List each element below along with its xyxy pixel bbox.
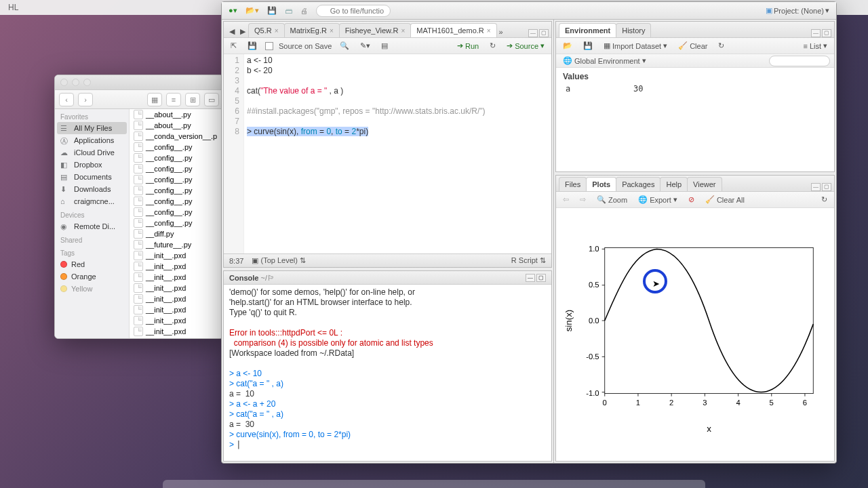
refresh-plot-button[interactable]: ↻ — [818, 195, 830, 205]
open-file-button[interactable]: 📂▾ — [243, 5, 262, 16]
tab-viewer[interactable]: Viewer — [687, 177, 722, 191]
popout-button[interactable]: ⇱ — [228, 41, 239, 51]
tab-packages[interactable]: Packages — [616, 177, 660, 191]
wand-button[interactable]: ✎▾ — [357, 41, 373, 51]
new-file-button[interactable]: ●▾ — [226, 5, 240, 16]
next-tab-button[interactable]: ▶ — [237, 26, 248, 37]
goto-file-function[interactable] — [316, 5, 391, 17]
file-row[interactable]: __init__.pxd — [130, 293, 223, 304]
finder-titlebar[interactable] — [55, 75, 223, 90]
code-text[interactable]: a <- 10 b <- 20 cat("The value of a = " … — [244, 54, 551, 253]
minimize-pane-icon[interactable]: — — [526, 274, 535, 282]
language-indicator[interactable]: R Script ⇅ — [511, 256, 546, 265]
maximize-pane-icon[interactable]: ▢ — [822, 183, 831, 191]
tab-history[interactable]: History — [616, 23, 651, 37]
tag-yellow[interactable]: Yellow — [55, 283, 129, 295]
close-icon[interactable]: × — [275, 27, 279, 35]
zoom-traffic-light[interactable] — [83, 79, 91, 86]
save-button[interactable]: 💾 — [264, 5, 279, 16]
file-list[interactable]: __about__.py__about__.py__conda_version_… — [130, 109, 223, 338]
file-row[interactable]: __config__.py — [130, 185, 223, 196]
file-row[interactable]: __config__.py — [130, 152, 223, 163]
import-dataset-button[interactable]: ▦ Import Dataset ▾ — [601, 41, 670, 51]
sidebar-icloud[interactable]: ☁iCloud Drive — [55, 146, 129, 159]
save-all-button[interactable]: 🗃 — [282, 5, 295, 16]
file-row[interactable]: __init__.pxd — [130, 272, 223, 283]
load-workspace-button[interactable]: 📂 — [560, 41, 575, 51]
next-plot-button[interactable]: ⇨ — [577, 195, 589, 205]
env-search-input[interactable] — [769, 56, 830, 66]
sidebar-documents[interactable]: ▤Documents — [55, 171, 129, 183]
save-file-button[interactable]: 💾 — [245, 41, 260, 51]
file-row[interactable]: __init__.pxd — [130, 261, 223, 272]
minimize-pane-icon[interactable]: — — [811, 183, 821, 191]
file-row[interactable]: __diff.py — [130, 228, 223, 239]
more-tabs-button[interactable]: » — [496, 26, 506, 37]
tab-q5[interactable]: Q5.R× — [248, 23, 285, 37]
prev-plot-button[interactable]: ⇦ — [560, 195, 572, 205]
minimize-traffic-light[interactable] — [72, 79, 79, 86]
back-button[interactable]: ‹ — [59, 93, 74, 106]
view-gallery-button[interactable]: ▭ — [204, 93, 219, 106]
tab-files[interactable]: Files — [559, 177, 587, 191]
list-view-button[interactable]: ≡ List ▾ — [800, 41, 830, 51]
run-button[interactable]: ➔ Run — [454, 41, 481, 51]
file-row[interactable]: __config__.py — [130, 163, 223, 174]
close-icon[interactable]: × — [401, 27, 405, 35]
env-scope-selector[interactable]: 🌐 Global Environment ▾ — [560, 56, 649, 66]
maximize-pane-icon[interactable]: ▢ — [536, 274, 546, 282]
tab-fisheye[interactable]: Fisheye_View.R× — [339, 23, 412, 37]
maximize-pane-icon[interactable]: ▢ — [822, 29, 831, 37]
clear-env-button[interactable]: 🧹 Clear — [675, 41, 710, 51]
view-icon-button[interactable]: ▦ — [147, 93, 162, 106]
file-row[interactable]: __config__.py — [130, 196, 223, 207]
file-row[interactable]: __init__.pxd — [130, 315, 223, 326]
print-button[interactable]: 🖨 — [298, 5, 311, 16]
compile-button[interactable]: ▤ — [378, 41, 391, 51]
sidebar-remote-disc[interactable]: ◉Remote Di... — [55, 220, 129, 232]
close-traffic-light[interactable] — [60, 79, 68, 86]
tab-matrixeg[interactable]: MatrixEg.R× — [284, 23, 340, 37]
file-row[interactable]: __config__.py — [130, 174, 223, 185]
export-plot-button[interactable]: 🌐 Export ▾ — [635, 195, 680, 205]
remove-plot-button[interactable]: ⊘ — [686, 195, 697, 205]
sidebar-dropbox[interactable]: ◧Dropbox — [55, 159, 129, 171]
file-row[interactable]: __init__.pxd — [130, 250, 223, 261]
file-row[interactable]: __config__.py — [130, 142, 223, 152]
file-row[interactable]: __init__.pxd — [130, 326, 223, 337]
project-menu[interactable]: ▣ Project: (None) ▾ — [763, 5, 832, 16]
maximize-pane-icon[interactable]: ▢ — [539, 29, 549, 37]
zoom-plot-button[interactable]: 🔍 Zoom — [594, 195, 630, 205]
file-row[interactable]: __init__.pxd — [130, 304, 223, 315]
prev-tab-button[interactable]: ◀ — [226, 26, 237, 37]
file-row[interactable]: __about__.py — [130, 109, 223, 120]
file-row[interactable]: __about__.py — [130, 120, 223, 131]
minimize-pane-icon[interactable]: — — [811, 29, 821, 37]
dock[interactable] — [163, 480, 705, 488]
sidebar-applications[interactable]: ⒶApplications — [55, 134, 129, 146]
view-column-button[interactable]: ⊞ — [185, 93, 200, 106]
file-row[interactable]: __config__.py — [130, 218, 223, 228]
tab-environment[interactable]: Environment — [559, 23, 616, 37]
tab-plots[interactable]: Plots — [586, 177, 616, 191]
scope-selector[interactable]: ▣ (Top Level) ⇅ — [252, 256, 306, 265]
goto-input[interactable] — [316, 5, 391, 17]
file-row[interactable]: __future__.py — [130, 239, 223, 250]
minimize-pane-icon[interactable]: — — [528, 29, 538, 37]
view-list-button[interactable]: ≡ — [166, 93, 181, 106]
env-row[interactable]: a 30 — [559, 83, 831, 95]
save-workspace-button[interactable]: 💾 — [580, 41, 595, 51]
console-output[interactable]: 'demo()' for some demos, 'help()' for on… — [224, 285, 551, 461]
forward-button[interactable]: › — [78, 93, 93, 106]
clear-all-plots-button[interactable]: 🧹 Clear All — [703, 195, 747, 205]
source-on-save-checkbox[interactable] — [265, 42, 273, 50]
rerun-button[interactable]: ↻ — [487, 41, 498, 51]
editor-area[interactable]: 12345678 a <- 10 b <- 20 cat("The value … — [224, 54, 551, 253]
close-icon[interactable]: × — [487, 27, 491, 35]
refresh-env-button[interactable]: ↻ — [715, 41, 727, 51]
sidebar-downloads[interactable]: ⬇Downloads — [55, 183, 129, 195]
file-row[interactable]: __conda_version__.p — [130, 131, 223, 142]
tab-help[interactable]: Help — [660, 177, 688, 191]
tab-math1601[interactable]: MATH1601_demo.R× — [410, 23, 496, 37]
sidebar-home[interactable]: ⌂craigmcne... — [55, 195, 129, 207]
